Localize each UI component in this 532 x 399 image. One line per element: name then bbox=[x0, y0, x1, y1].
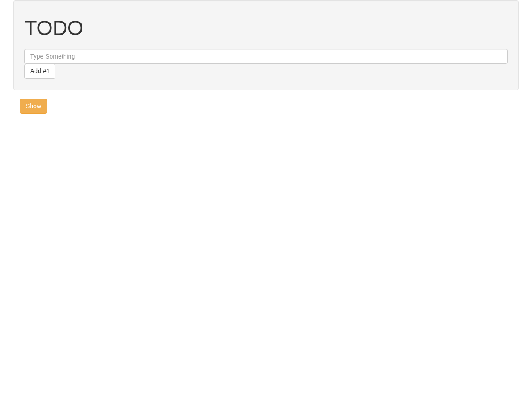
show-button[interactable]: Show bbox=[20, 99, 47, 114]
add-button[interactable]: Add #1 bbox=[24, 64, 55, 79]
todo-panel: TODO Add #1 bbox=[13, 0, 519, 90]
todo-input[interactable] bbox=[24, 49, 508, 64]
page-title: TODO bbox=[24, 16, 508, 40]
todo-form: Add #1 bbox=[24, 49, 508, 79]
show-section: Show bbox=[13, 99, 519, 114]
divider bbox=[13, 123, 519, 123]
